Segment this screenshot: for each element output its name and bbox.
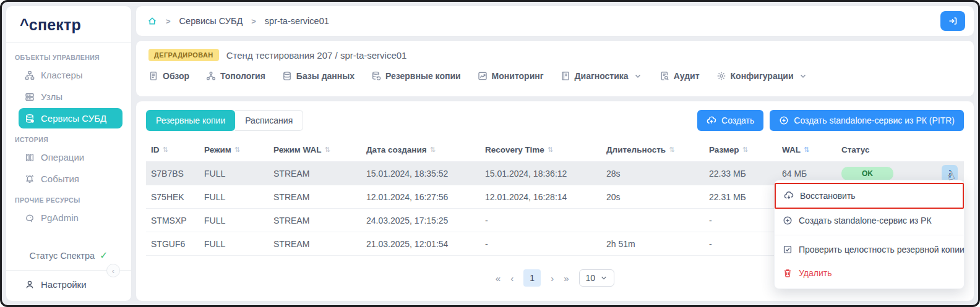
sidebar-item-events[interactable]: События xyxy=(19,169,123,189)
sidebar-item-db-services[interactable]: Сервисы СУБД xyxy=(19,108,123,128)
operations-icon xyxy=(25,153,35,162)
collapse-sidebar-button[interactable]: ‹ xyxy=(106,264,120,277)
cell-created: 21.03.2025, 12:01:54 xyxy=(361,239,480,249)
annotation-highlight-box: Восстановить xyxy=(775,183,964,209)
chevron-down-icon xyxy=(633,71,643,81)
sort-icon-active[interactable]: ⇅ xyxy=(804,146,809,154)
status-badge-ok: OK xyxy=(841,167,893,180)
topology-icon xyxy=(206,71,216,81)
cell-mode: FULL xyxy=(199,192,269,202)
tab-label: Конфигурации xyxy=(731,71,794,81)
sidebar-item-label: События xyxy=(41,174,79,184)
sort-icon[interactable]: ⇅ xyxy=(163,146,168,154)
col-header-wal-mode[interactable]: Режим WAL⇅ xyxy=(269,145,361,154)
sort-icon[interactable]: ⇅ xyxy=(548,146,553,154)
plus-circle-icon xyxy=(779,116,789,125)
tab-configurations[interactable]: Конфигурации xyxy=(716,71,808,81)
cell-wal-mode: STREAM xyxy=(269,216,361,225)
pagination-first-button[interactable]: « xyxy=(496,273,501,284)
sidebar-divider: ‹ xyxy=(6,270,131,271)
pagination-prev-button[interactable]: ‹ xyxy=(510,273,514,284)
tab-topology[interactable]: Топология xyxy=(206,71,265,81)
col-header-id[interactable]: ID⇅ xyxy=(146,145,199,154)
create-backup-label: Создать xyxy=(721,116,754,125)
menu-item-label: Создать standalone-сервис из РК xyxy=(799,216,932,225)
service-header: ДЕГРАДИРОВАН Стенд тестирования 207 / sp… xyxy=(135,40,974,97)
person-icon xyxy=(25,280,35,290)
col-header-size[interactable]: Размер⇅ xyxy=(704,145,777,154)
menu-item-create-standalone[interactable]: Создать standalone-сервис из РК xyxy=(775,209,964,232)
cell-id: STMSXP xyxy=(146,216,199,225)
cell-recovery-time: 15.01.2024, 18:36:12 xyxy=(480,169,601,179)
pagination-next-button[interactable]: › xyxy=(551,273,554,284)
breadcrumb-item-db-services[interactable]: Сервисы СУБД xyxy=(179,16,243,26)
menu-item-label: Восстановить xyxy=(800,191,856,201)
restore-cloud-icon xyxy=(784,191,794,201)
menu-item-verify-integrity[interactable]: Проверить целостность резервной копии xyxy=(775,238,964,261)
journal-icon xyxy=(561,71,570,81)
tab-monitoring[interactable]: Мониторинг xyxy=(478,71,544,81)
col-header-wal[interactable]: WAL⇅ xyxy=(777,145,836,154)
col-header-created[interactable]: Дата создания⇅ xyxy=(361,145,480,154)
cell-duration: 20s xyxy=(601,192,704,202)
logout-button[interactable] xyxy=(940,11,965,31)
create-standalone-pitr-button[interactable]: Создать standalone-сервис из РК (PITR) xyxy=(770,110,964,131)
cell-recovery-time: - xyxy=(480,216,601,225)
sidebar-item-operations[interactable]: Операции xyxy=(19,147,123,167)
sidebar-item-pgadmin[interactable]: PgAdmin xyxy=(19,208,123,228)
sort-icon[interactable]: ⇅ xyxy=(325,146,330,154)
trash-icon xyxy=(783,268,793,278)
sidebar-item-label: Узлы xyxy=(41,91,62,102)
status-badge-degraded: ДЕГРАДИРОВАН xyxy=(148,49,219,61)
tab-audit[interactable]: Аудит xyxy=(660,71,700,81)
sidebar-item-nodes[interactable]: Узлы xyxy=(19,86,123,107)
sidebar-item-clusters[interactable]: Кластеры xyxy=(19,65,123,85)
nodes-icon xyxy=(25,92,35,102)
cell-wal-mode: STREAM xyxy=(269,192,361,202)
page-size-select[interactable]: 10 xyxy=(579,269,615,287)
pagination-last-button[interactable]: » xyxy=(564,273,569,284)
chevron-down-icon xyxy=(600,274,608,282)
cell-created: 15.01.2024, 18:35:52 xyxy=(361,169,480,179)
tab-label: Мониторинг xyxy=(492,71,544,81)
breadcrumb: > Сервисы СУБД > spr-ta-service01 xyxy=(147,16,329,26)
app-window: ^спектр ОБЪЕКТЫ УПРАВЛЕНИЯ Кластеры Узлы… xyxy=(0,0,980,307)
menu-item-delete[interactable]: Удалить xyxy=(775,261,964,285)
create-backup-button[interactable]: Создать xyxy=(697,110,763,131)
tab-overview[interactable]: Обзор xyxy=(148,71,189,81)
breadcrumb-separator-icon: > xyxy=(251,17,256,26)
tab-backups[interactable]: Резервные копии xyxy=(371,71,461,81)
pagination-page-1[interactable]: 1 xyxy=(523,269,541,287)
tab-label: Аудит xyxy=(674,71,700,81)
monitoring-chart-icon xyxy=(478,71,488,81)
backup-database-icon xyxy=(371,71,381,81)
cell-recovery-time: 12.01.2024, 16:28:14 xyxy=(480,192,601,202)
cell-wal-mode: STREAM xyxy=(269,239,361,249)
cell-size: 22.33 МБ xyxy=(704,169,777,179)
subtab-schedules[interactable]: Расписания xyxy=(235,110,303,131)
subtab-backups[interactable]: Резервные копии xyxy=(146,110,235,131)
cell-wal-mode: STREAM xyxy=(269,169,361,179)
sort-icon[interactable]: ⇅ xyxy=(234,146,240,154)
tab-diagnostics[interactable]: Диагностика xyxy=(561,71,643,81)
col-header-mode[interactable]: Режим⇅ xyxy=(199,145,269,154)
chevron-down-icon xyxy=(798,71,808,81)
sidebar-item-label: Сервисы СУБД xyxy=(41,113,106,124)
app-logo: ^спектр xyxy=(6,6,131,43)
pgadmin-elephant-icon xyxy=(25,213,35,223)
sort-icon[interactable]: ⇅ xyxy=(742,146,748,154)
cell-duration: 28s xyxy=(601,169,704,179)
home-icon[interactable] xyxy=(147,16,157,26)
col-header-recovery-time[interactable]: Recovery Time⇅ xyxy=(480,145,601,154)
breadcrumb-item-service: spr-ta-service01 xyxy=(265,16,329,26)
cell-mode: FULL xyxy=(199,169,269,179)
sort-icon[interactable]: ⇅ xyxy=(669,146,674,154)
tab-databases[interactable]: Базы данных xyxy=(282,71,355,81)
col-header-duration[interactable]: Длительность⇅ xyxy=(601,145,704,154)
sort-icon[interactable]: ⇅ xyxy=(430,146,436,154)
sidebar-item-settings[interactable]: Настройки xyxy=(19,274,123,295)
menu-item-restore[interactable]: Восстановить xyxy=(776,184,963,208)
section-label-management: ОБЪЕКТЫ УПРАВЛЕНИЯ xyxy=(6,48,131,64)
cell-id: S7B7BS xyxy=(146,169,199,179)
cell-status: OK xyxy=(836,167,929,180)
